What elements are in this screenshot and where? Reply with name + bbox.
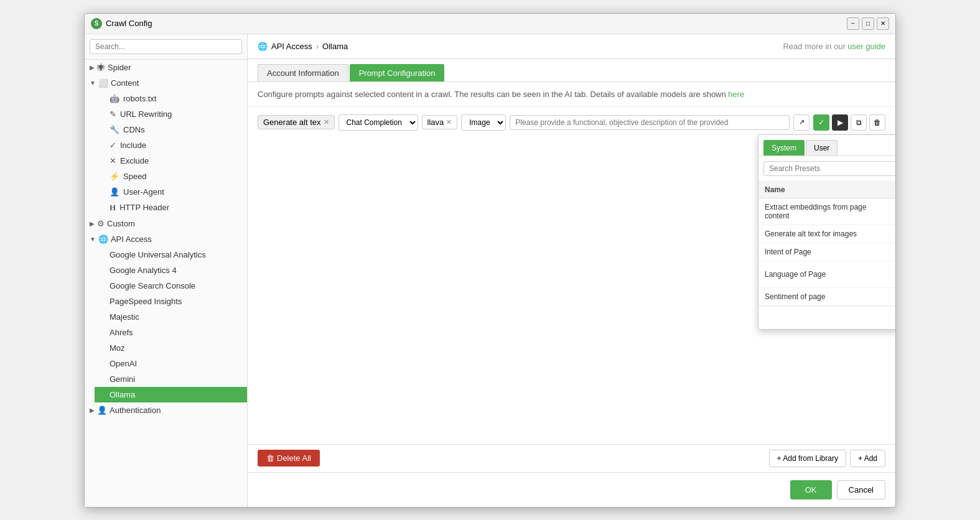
delete-all-label: Delete All [277, 453, 311, 463]
sidebar-item-google-analytics4[interactable]: Google Analytics 4 [95, 262, 247, 278]
url-rewriting-icon: ✎ [110, 109, 116, 119]
content-area: 🌐 API Access › Ollama Read more in our u… [248, 34, 895, 507]
custom-icon: ⚙ [97, 219, 105, 228]
presets-tab-user[interactable]: User [806, 140, 838, 156]
chevron-down-icon: ▼ [90, 80, 96, 86]
maximize-button[interactable]: □ [862, 17, 874, 30]
sidebar-item-gemini[interactable]: Gemini [95, 371, 247, 387]
sidebar-label-custom: Custom [107, 219, 135, 228]
table-row[interactable]: Sentiment of pageReturns sentiment of bo… [758, 287, 895, 305]
table-row[interactable]: Generate alt text for imagesGenerate alt… [758, 225, 895, 243]
add-button[interactable]: + Add [850, 450, 885, 467]
content-header: 🌐 API Access › Ollama Read more in our u… [248, 34, 895, 59]
config-desc-text: Configure prompts against selected conte… [258, 90, 726, 99]
sidebar-item-majestic[interactable]: Majestic [95, 309, 247, 325]
sidebar-search-container [85, 34, 247, 60]
sidebar-item-speed[interactable]: ⚡ Speed [95, 169, 247, 184]
sidebar-item-cdns[interactable]: 🔧 CDNs [95, 122, 247, 137]
completion-type-select[interactable]: Chat Completion [338, 114, 418, 131]
prompts-area: Generate alt tex ✕ Chat Completion llava… [248, 107, 895, 444]
chevron-right-icon: ▶ [90, 64, 95, 71]
sidebar-item-spider[interactable]: ▶ 🕷 Spider [85, 60, 247, 75]
sidebar-label-gemini: Gemini [110, 374, 135, 384]
spider-icon: 🕷 [97, 63, 105, 72]
main-window: S Crawl Config − □ ✕ ▶ 🕷 Spider ▼ ⬜ [84, 13, 896, 508]
table-row[interactable]: Intent of PageCommercial or Informationa… [758, 243, 895, 261]
breadcrumb: 🌐 API Access › Ollama [258, 42, 348, 51]
sidebar-label-ahrefs: Ahrefs [110, 328, 133, 337]
sidebar-item-ahrefs[interactable]: Ahrefs [95, 325, 247, 340]
footer-bar: 🗑 Delete All + Add from Library + Add [248, 444, 895, 472]
config-description: Configure prompts against selected conte… [248, 82, 895, 107]
copy-button[interactable]: ⧉ [851, 114, 867, 131]
sidebar-label-openai: OpenAI [110, 359, 137, 368]
preset-name: Sentiment of page [758, 287, 895, 305]
preset-name: Extract embeddings from page content [758, 198, 895, 225]
minimize-button[interactable]: − [847, 17, 859, 30]
sidebar-item-robots[interactable]: 🤖 robots.txt [95, 91, 247, 106]
sidebar-label-robots: robots.txt [123, 94, 156, 103]
sidebar-item-google-search-console[interactable]: Google Search Console [95, 278, 247, 294]
trash-icon: 🗑 [266, 453, 274, 463]
breadcrumb-parent: API Access [271, 42, 312, 51]
sidebar-item-pagespeed[interactable]: PageSpeed Insights [95, 294, 247, 309]
dialog-footer: OK Cancel [248, 472, 895, 507]
content-type-select[interactable]: Image [461, 114, 506, 131]
prompt-tag-label: Generate alt tex [263, 118, 321, 127]
sidebar-item-google-universal[interactable]: Google Universal Analytics [95, 247, 247, 262]
table-row[interactable]: Language of PageReturns language of the … [758, 261, 895, 287]
sidebar-label-pagespeed: PageSpeed Insights [110, 297, 182, 306]
user-agent-icon: 👤 [110, 187, 119, 197]
presets-search-container [758, 156, 895, 182]
sidebar-item-exclude[interactable]: ✕ Exclude [95, 153, 247, 169]
titlebar: S Crawl Config − □ ✕ [85, 14, 895, 34]
window-controls: − □ ✕ [847, 17, 889, 30]
speed-icon: ⚡ [110, 172, 119, 181]
sidebar-item-content[interactable]: ▼ ⬜ Content [85, 75, 247, 91]
sidebar-item-include[interactable]: ✓ Include [95, 137, 247, 153]
sidebar-item-api-access[interactable]: ▼ 🌐 API Access [85, 231, 247, 247]
presets-tab-system[interactable]: System [763, 140, 805, 156]
main-layout: ▶ 🕷 Spider ▼ ⬜ Content 🤖 robots.txt ✎ UR… [85, 34, 895, 507]
cancel-button[interactable]: Cancel [837, 480, 885, 499]
ok-button[interactable]: OK [790, 480, 832, 499]
validate-button[interactable]: ✓ [813, 114, 829, 131]
chevron-right-icon2: ▶ [90, 220, 95, 227]
table-row[interactable]: Extract embeddings from page contentUses… [758, 198, 895, 225]
model-tag-close-icon[interactable]: ✕ [446, 118, 452, 126]
tab-account-information[interactable]: Account Information [258, 64, 348, 81]
sidebar-label-google-search-console: Google Search Console [110, 281, 195, 290]
close-button[interactable]: ✕ [877, 17, 889, 30]
add-from-library-button[interactable]: + Add from Library [769, 450, 846, 467]
sidebar-item-moz[interactable]: Moz [95, 340, 247, 356]
preset-name: Language of Page [758, 261, 895, 287]
here-link[interactable]: here [728, 90, 744, 99]
sidebar-item-url-rewriting[interactable]: ✎ URL Rewriting [95, 106, 247, 122]
sidebar-label-http-header: HTTP Header [119, 203, 169, 212]
sidebar: ▶ 🕷 Spider ▼ ⬜ Content 🤖 robots.txt ✎ UR… [85, 34, 248, 507]
sidebar-item-authentication[interactable]: ▶ 👤 Authentication [85, 402, 247, 418]
user-guide-link[interactable]: user guide [847, 42, 885, 51]
sidebar-label-exclude: Exclude [120, 156, 149, 165]
sidebar-item-custom[interactable]: ▶ ⚙ Custom [85, 216, 247, 231]
prompt-tag-close-icon[interactable]: ✕ [324, 118, 329, 126]
app-title: Crawl Config [106, 19, 152, 28]
sidebar-item-ollama[interactable]: Ollama [95, 387, 247, 402]
sidebar-search-input[interactable] [90, 39, 242, 54]
sidebar-item-openai[interactable]: OpenAI [95, 356, 247, 371]
chevron-right-icon3: ▶ [90, 407, 95, 414]
sidebar-item-http-header[interactable]: H HTTP Header [95, 200, 247, 216]
expand-icon[interactable]: ↗ [793, 114, 810, 131]
run-button[interactable]: ▶ [832, 114, 848, 131]
breadcrumb-icon: 🌐 [258, 42, 268, 51]
sidebar-label-url-rewriting: URL Rewriting [120, 109, 172, 119]
tab-prompt-configuration[interactable]: Prompt Configuration [350, 64, 445, 81]
prompt-text-input[interactable] [510, 115, 790, 130]
presets-search-input[interactable] [763, 161, 895, 176]
delete-button[interactable]: 🗑 [869, 114, 885, 131]
sidebar-item-user-agent[interactable]: 👤 User-Agent [95, 184, 247, 200]
prompt-tag: Generate alt tex ✕ [258, 115, 335, 129]
delete-all-button[interactable]: 🗑 Delete All [258, 450, 320, 467]
auth-icon: 👤 [97, 406, 107, 415]
sidebar-label-majestic: Majestic [110, 312, 139, 322]
